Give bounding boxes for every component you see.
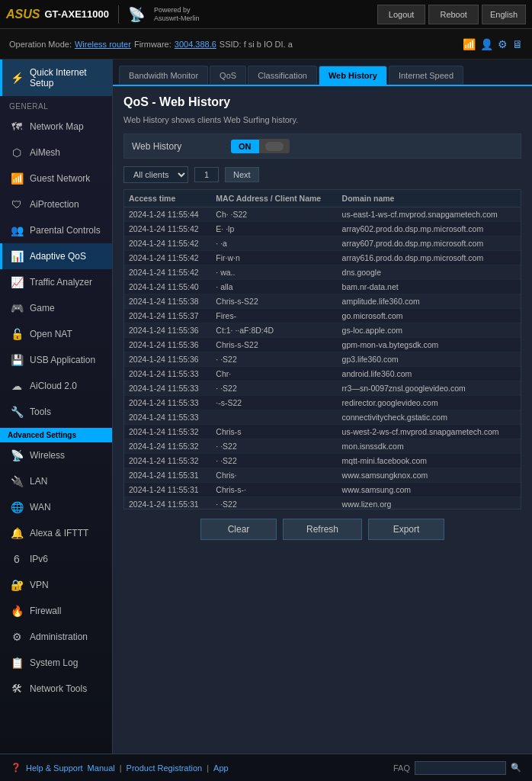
table-row: 2024-1-24 11:55:36 Ct:1· ··aF:8D:4D gs-l…	[124, 323, 521, 338]
sidebar-item-guest-network[interactable]: 📶 Guest Network	[0, 166, 112, 191]
firmware-value[interactable]: 3004.388.6	[175, 40, 216, 49]
clear-button[interactable]: Clear	[200, 519, 277, 540]
sidebar-item-ipv6[interactable]: 6 IPv6	[0, 546, 112, 572]
cell-domain: connectivitycheck.gstatic.com	[338, 410, 521, 425]
sidebar-item-network-map[interactable]: 🗺 Network Map	[0, 114, 112, 140]
status-bar: Operation Mode: Wireless router Firmware…	[0, 29, 532, 59]
cell-client: Chris·	[211, 468, 337, 483]
toggle-off[interactable]	[259, 139, 290, 153]
sidebar-item-label-wan: WAN	[30, 502, 51, 513]
alexa-ifttt-icon: 🔔	[10, 526, 24, 540]
cell-domain: amplitude.life360.com	[338, 294, 521, 309]
language-button[interactable]: English	[482, 5, 526, 24]
sidebar-item-label-system-log: System Log	[30, 657, 78, 668]
parental-controls-icon: 👥	[10, 223, 24, 237]
manual-link[interactable]: Manual	[88, 763, 115, 773]
cell-time: 2024-1-24 11:55:42	[124, 265, 211, 280]
sidebar-item-label-aiprotection: AiProtection	[30, 199, 79, 210]
cell-domain: us-west-2-ws-cf.mvprod.snapgametech.com	[338, 425, 521, 439]
sidebar-item-lan[interactable]: 🔌 LAN	[0, 468, 112, 494]
reboot-button[interactable]: Reboot	[428, 5, 478, 24]
cell-domain: www.samsungknox.com	[338, 468, 521, 483]
table-row: 2024-1-24 11:55:33 connectivitycheck.gst…	[124, 410, 521, 425]
sidebar-item-traffic-analyzer[interactable]: 📈 Traffic Analyzer	[0, 269, 112, 295]
sidebar-item-vpn[interactable]: 🔐 VPN	[0, 572, 112, 598]
sidebar-item-usb-application[interactable]: 💾 USB Application	[0, 347, 112, 373]
sidebar-item-wan[interactable]: 🌐 WAN	[0, 494, 112, 520]
next-button[interactable]: Next	[225, 167, 259, 182]
cell-domain: us-east-1-ws-cf.mvprod.snapgametech.com	[338, 207, 521, 222]
sidebar-item-label-ipv6: IPv6	[30, 554, 48, 564]
sidebar-item-administration[interactable]: ⚙ Administration	[0, 624, 112, 650]
adaptive-qos-icon: 📊	[10, 249, 24, 263]
footer-right: FAQ 🔍	[393, 761, 521, 775]
sidebar-item-network-tools[interactable]: 🛠 Network Tools	[0, 676, 112, 702]
table-row: 2024-1-24 11:55:42 Fir·w·n array616.prod…	[124, 251, 521, 265]
cell-time: 2024-1-24 11:55:33	[124, 396, 211, 410]
cell-time: 2024-1-24 11:55:36	[124, 352, 211, 367]
vpn-icon: 🔐	[10, 578, 24, 592]
product-registration-link[interactable]: Product Registration	[127, 763, 203, 773]
cell-domain: www.lizen.org	[338, 497, 521, 510]
status-icons: 📶 👤 ⚙ 🖥	[463, 38, 523, 50]
table-row: 2024-1-24 11:55:31 Chris· www.samsungkno…	[124, 468, 521, 483]
sidebar-item-quick-internet-setup[interactable]: ⚡ Quick Internet Setup	[0, 59, 112, 96]
tab-qos[interactable]: QoS	[210, 66, 246, 85]
sidebar-item-game[interactable]: 🎮 Game	[0, 295, 112, 321]
mode-value[interactable]: Wireless router	[75, 40, 131, 49]
sidebar-item-firewall[interactable]: 🔥 Firewall	[0, 598, 112, 624]
sidebar-item-aiprotection[interactable]: 🛡 AiProtection	[0, 191, 112, 217]
user-icon: 👤	[480, 38, 493, 50]
sidebar-item-aicloud[interactable]: ☁ AiCloud 2.0	[0, 373, 112, 399]
sidebar-item-tools[interactable]: 🔧 Tools	[0, 399, 112, 425]
table-row: 2024-1-24 11:55:44 Ch· ·S22 us-east-1-ws…	[124, 207, 521, 222]
network-tools-icon: 🛠	[10, 682, 24, 696]
guest-network-icon: 📶	[10, 172, 24, 185]
cell-domain: mqtt-mini.facebook.com	[338, 454, 521, 468]
sidebar-item-aimesh[interactable]: ⬡ AiMesh	[0, 140, 112, 166]
page-number-input[interactable]	[194, 167, 219, 182]
logout-button[interactable]: Logout	[377, 5, 426, 24]
app-link[interactable]: App	[213, 763, 229, 773]
faq-search-input[interactable]	[415, 761, 506, 775]
main-layout: ⚡ Quick Internet Setup General 🗺 Network…	[0, 59, 532, 754]
toggle-switch[interactable]: ON	[231, 139, 290, 153]
toggle-on[interactable]: ON	[231, 140, 259, 153]
cell-client: · ·S22	[211, 381, 337, 396]
tab-classification[interactable]: Classification	[248, 66, 317, 85]
operation-mode-label: Operation Mode:	[9, 40, 72, 49]
cell-domain: gpm-mon-va.bytegsdk.com	[338, 338, 521, 352]
game-icon: 🎮	[10, 301, 24, 315]
wifi-icon: 📶	[463, 38, 476, 50]
cell-client: · ·S22	[211, 352, 337, 367]
refresh-button[interactable]: Refresh	[283, 519, 362, 540]
cell-domain: go.microsoft.com	[338, 309, 521, 323]
help-support-link[interactable]: Help & Support	[26, 763, 83, 773]
table-row: 2024-1-24 11:55:33 Chr· android.life360.…	[124, 367, 521, 381]
sidebar-item-parental-controls[interactable]: 👥 Parental Controls	[0, 217, 112, 243]
traffic-analyzer-icon: 📈	[10, 275, 24, 289]
separator2: |	[207, 763, 209, 773]
network-icon: 🖥	[512, 38, 523, 50]
export-button[interactable]: Export	[368, 519, 444, 540]
faq-search-icon[interactable]: 🔍	[511, 763, 521, 773]
sidebar-item-wireless[interactable]: 📡 Wireless	[0, 442, 112, 468]
aicloud-icon: ☁	[10, 379, 24, 393]
tab-web-history[interactable]: Web History	[319, 66, 387, 85]
sidebar-item-adaptive-qos[interactable]: 📊 Adaptive QoS	[0, 243, 112, 269]
table-row: 2024-1-24 11:55:31 Chris-s-· www.samsung…	[124, 483, 521, 497]
faq-label: FAQ	[393, 763, 410, 773]
network-map-icon: 🗺	[10, 120, 24, 133]
sidebar-item-alexa-ifttt[interactable]: 🔔 Alexa & IFTTT	[0, 520, 112, 546]
sidebar-item-system-log[interactable]: 📋 System Log	[0, 650, 112, 676]
sidebar-item-label-adaptive-qos: Adaptive QoS	[30, 251, 86, 262]
settings-icon: ⚙	[498, 38, 508, 50]
tab-internet-speed[interactable]: Internet Speed	[389, 66, 463, 85]
client-filter-select[interactable]: All clients	[123, 166, 188, 183]
page-content: QoS - Web History Web History shows clie…	[113, 86, 532, 549]
cell-domain: array602.prod.do.dsp.mp.microsoft.com	[338, 222, 521, 236]
sidebar-item-open-nat[interactable]: 🔓 Open NAT	[0, 321, 112, 347]
sidebar-item-label-vpn: VPN	[30, 580, 49, 590]
tab-bandwidth-monitor[interactable]: Bandwidth Monitor	[119, 66, 208, 85]
cell-time: 2024-1-24 11:55:31	[124, 497, 211, 510]
